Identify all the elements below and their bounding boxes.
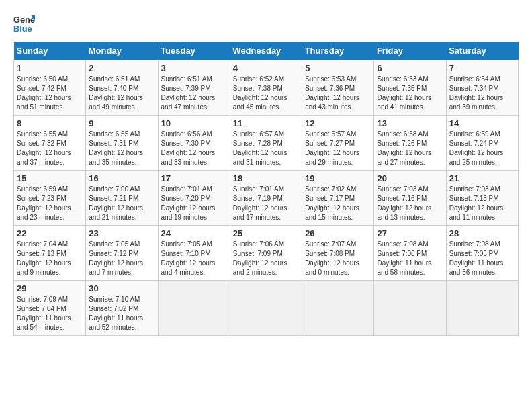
header-monday: Monday xyxy=(86,42,158,60)
day-number: 30 xyxy=(89,283,154,293)
calendar-header: SundayMondayTuesdayWednesdayThursdayFrid… xyxy=(14,42,519,60)
week-row-1: 8 Sunrise: 6:55 AMSunset: 7:32 PMDayligh… xyxy=(14,116,519,171)
day-number: 12 xyxy=(305,118,371,128)
calendar-cell: 6 Sunrise: 6:53 AMSunset: 7:35 PMDayligh… xyxy=(374,60,446,116)
header-row: SundayMondayTuesdayWednesdayThursdayFrid… xyxy=(14,42,519,60)
day-number: 2 xyxy=(89,63,154,73)
day-number: 11 xyxy=(233,118,299,128)
day-number: 1 xyxy=(17,63,83,73)
calendar-cell: 20 Sunrise: 7:03 AMSunset: 7:16 PMDaylig… xyxy=(374,171,446,226)
day-info: Sunrise: 7:02 AMSunset: 7:17 PMDaylight:… xyxy=(305,185,359,221)
day-number: 17 xyxy=(161,173,227,183)
calendar-cell: 12 Sunrise: 6:57 AMSunset: 7:27 PMDaylig… xyxy=(302,116,374,171)
day-info: Sunrise: 6:51 AMSunset: 7:39 PMDaylight:… xyxy=(161,75,216,111)
calendar-cell xyxy=(230,281,302,336)
day-number: 18 xyxy=(233,173,299,183)
calendar-cell: 23 Sunrise: 7:05 AMSunset: 7:12 PMDaylig… xyxy=(86,226,158,281)
day-info: Sunrise: 6:55 AMSunset: 7:32 PMDaylight:… xyxy=(17,130,71,166)
day-info: Sunrise: 7:06 AMSunset: 7:09 PMDaylight:… xyxy=(233,240,287,276)
calendar-cell xyxy=(446,281,518,336)
calendar-cell: 22 Sunrise: 7:04 AMSunset: 7:13 PMDaylig… xyxy=(14,226,86,281)
day-info: Sunrise: 7:10 AMSunset: 7:02 PMDaylight:… xyxy=(89,295,143,331)
day-info: Sunrise: 7:04 AMSunset: 7:13 PMDaylight:… xyxy=(17,240,71,276)
calendar-cell: 2 Sunrise: 6:51 AMSunset: 7:40 PMDayligh… xyxy=(86,60,158,116)
day-info: Sunrise: 7:01 AMSunset: 7:19 PMDaylight:… xyxy=(233,185,287,221)
calendar-cell: 5 Sunrise: 6:53 AMSunset: 7:36 PMDayligh… xyxy=(302,60,374,116)
day-number: 14 xyxy=(449,118,515,128)
header-tuesday: Tuesday xyxy=(158,42,230,60)
svg-text:Blue: Blue xyxy=(13,24,32,34)
header-sunday: Sunday xyxy=(14,42,86,60)
calendar-cell: 25 Sunrise: 7:06 AMSunset: 7:09 PMDaylig… xyxy=(230,226,302,281)
day-info: Sunrise: 7:09 AMSunset: 7:04 PMDaylight:… xyxy=(17,295,71,331)
calendar-cell: 21 Sunrise: 7:03 AMSunset: 7:15 PMDaylig… xyxy=(446,171,518,226)
day-number: 28 xyxy=(449,228,515,238)
calendar-cell: 30 Sunrise: 7:10 AMSunset: 7:02 PMDaylig… xyxy=(86,281,158,336)
calendar-cell: 14 Sunrise: 6:59 AMSunset: 7:24 PMDaylig… xyxy=(446,116,518,171)
day-number: 7 xyxy=(449,63,515,73)
calendar-cell: 19 Sunrise: 7:02 AMSunset: 7:17 PMDaylig… xyxy=(302,171,374,226)
day-info: Sunrise: 6:57 AMSunset: 7:27 PMDaylight:… xyxy=(305,130,359,166)
day-info: Sunrise: 7:07 AMSunset: 7:08 PMDaylight:… xyxy=(305,240,359,276)
calendar-cell: 18 Sunrise: 7:01 AMSunset: 7:19 PMDaylig… xyxy=(230,171,302,226)
day-number: 26 xyxy=(305,228,371,238)
week-row-2: 15 Sunrise: 6:59 AMSunset: 7:23 PMDaylig… xyxy=(14,171,519,226)
calendar-cell: 11 Sunrise: 6:57 AMSunset: 7:28 PMDaylig… xyxy=(230,116,302,171)
day-info: Sunrise: 6:52 AMSunset: 7:38 PMDaylight:… xyxy=(233,75,287,111)
logo: General Blue xyxy=(13,13,39,35)
day-info: Sunrise: 6:57 AMSunset: 7:28 PMDaylight:… xyxy=(233,130,287,166)
day-info: Sunrise: 6:50 AMSunset: 7:42 PMDaylight:… xyxy=(17,75,71,111)
day-number: 8 xyxy=(17,118,83,128)
day-number: 20 xyxy=(377,173,443,183)
day-info: Sunrise: 7:08 AMSunset: 7:05 PMDaylight:… xyxy=(449,240,504,276)
calendar-cell: 10 Sunrise: 6:56 AMSunset: 7:30 PMDaylig… xyxy=(158,116,230,171)
calendar-cell xyxy=(158,281,230,336)
day-number: 9 xyxy=(89,118,154,128)
day-number: 22 xyxy=(17,228,83,238)
week-row-4: 29 Sunrise: 7:09 AMSunset: 7:04 PMDaylig… xyxy=(14,281,519,336)
calendar-cell: 29 Sunrise: 7:09 AMSunset: 7:04 PMDaylig… xyxy=(14,281,86,336)
day-number: 3 xyxy=(161,63,227,73)
day-number: 25 xyxy=(233,228,299,238)
day-info: Sunrise: 6:53 AMSunset: 7:36 PMDaylight:… xyxy=(305,75,359,111)
calendar-cell: 1 Sunrise: 6:50 AMSunset: 7:42 PMDayligh… xyxy=(14,60,86,116)
header-saturday: Saturday xyxy=(446,42,518,60)
day-number: 13 xyxy=(377,118,443,128)
day-info: Sunrise: 6:54 AMSunset: 7:34 PMDaylight:… xyxy=(449,75,504,111)
day-number: 27 xyxy=(377,228,443,238)
day-info: Sunrise: 6:58 AMSunset: 7:26 PMDaylight:… xyxy=(377,130,431,166)
calendar-cell: 15 Sunrise: 6:59 AMSunset: 7:23 PMDaylig… xyxy=(14,171,86,226)
calendar-cell: 7 Sunrise: 6:54 AMSunset: 7:34 PMDayligh… xyxy=(446,60,518,116)
calendar-cell: 8 Sunrise: 6:55 AMSunset: 7:32 PMDayligh… xyxy=(14,116,86,171)
day-number: 21 xyxy=(449,173,515,183)
day-info: Sunrise: 7:03 AMSunset: 7:15 PMDaylight:… xyxy=(449,185,504,221)
day-info: Sunrise: 7:08 AMSunset: 7:06 PMDaylight:… xyxy=(377,240,431,276)
day-number: 10 xyxy=(161,118,227,128)
day-number: 4 xyxy=(233,63,299,73)
calendar-cell: 4 Sunrise: 6:52 AMSunset: 7:38 PMDayligh… xyxy=(230,60,302,116)
calendar-table: SundayMondayTuesdayWednesdayThursdayFrid… xyxy=(13,42,519,336)
logo-icon: General Blue xyxy=(13,13,35,35)
day-number: 16 xyxy=(89,173,154,183)
calendar-cell xyxy=(302,281,374,336)
day-info: Sunrise: 7:05 AMSunset: 7:10 PMDaylight:… xyxy=(161,240,216,276)
header-friday: Friday xyxy=(374,42,446,60)
week-row-3: 22 Sunrise: 7:04 AMSunset: 7:13 PMDaylig… xyxy=(14,226,519,281)
day-info: Sunrise: 6:59 AMSunset: 7:23 PMDaylight:… xyxy=(17,185,71,221)
day-number: 5 xyxy=(305,63,371,73)
header-thursday: Thursday xyxy=(302,42,374,60)
day-info: Sunrise: 6:53 AMSunset: 7:35 PMDaylight:… xyxy=(377,75,431,111)
header-wednesday: Wednesday xyxy=(230,42,302,60)
day-number: 19 xyxy=(305,173,371,183)
calendar-cell: 3 Sunrise: 6:51 AMSunset: 7:39 PMDayligh… xyxy=(158,60,230,116)
day-number: 23 xyxy=(89,228,154,238)
calendar-cell: 26 Sunrise: 7:07 AMSunset: 7:08 PMDaylig… xyxy=(302,226,374,281)
day-info: Sunrise: 6:51 AMSunset: 7:40 PMDaylight:… xyxy=(89,75,143,111)
day-number: 15 xyxy=(17,173,83,183)
calendar-cell: 17 Sunrise: 7:01 AMSunset: 7:20 PMDaylig… xyxy=(158,171,230,226)
calendar-cell: 28 Sunrise: 7:08 AMSunset: 7:05 PMDaylig… xyxy=(446,226,518,281)
header: General Blue xyxy=(13,13,519,35)
calendar-body: 1 Sunrise: 6:50 AMSunset: 7:42 PMDayligh… xyxy=(14,60,519,336)
day-number: 24 xyxy=(161,228,227,238)
calendar-cell: 13 Sunrise: 6:58 AMSunset: 7:26 PMDaylig… xyxy=(374,116,446,171)
